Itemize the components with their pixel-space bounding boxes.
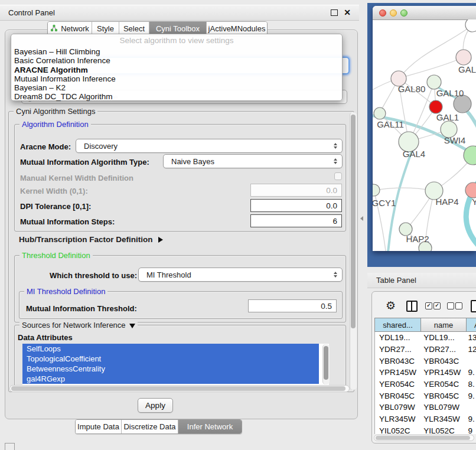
network-edge — [464, 108, 476, 145]
algorithm-option[interactable]: Mutual Information Inference — [11, 74, 342, 83]
column-header-partial[interactable]: A — [466, 318, 476, 332]
control-panel-title: Control Panel — [8, 8, 55, 17]
network-node-label: GCY1 — [373, 198, 396, 208]
document-icon[interactable] — [471, 300, 476, 312]
close-traffic-light-icon[interactable] — [379, 9, 386, 17]
mi-steps-label: Mutual Information Steps: — [20, 217, 115, 226]
tab-infer-network[interactable]: Infer Network — [178, 420, 242, 433]
column-layout-icon[interactable] — [406, 301, 418, 312]
data-attribute-item[interactable]: BetweennessCentrality — [22, 364, 319, 374]
scrollbar-thumb[interactable] — [324, 346, 328, 380]
mi-steps-field[interactable]: 6 — [250, 214, 342, 227]
table-row[interactable]: YER054CYER054C8. — [375, 379, 476, 390]
scrollbar-thumb[interactable] — [351, 115, 356, 328]
algorithm-dropdown-list: Select algorithm to view settings Bayesi… — [11, 34, 343, 101]
collapse-arrow-icon — [129, 324, 135, 328]
table-row[interactable]: YDL19...YDL19...13 — [375, 332, 476, 344]
network-node-label: GAL1 — [436, 112, 459, 122]
algorithm-option[interactable]: Dream8 DC_TDC Algorithm — [11, 92, 342, 101]
table-horizontal-scrollbar[interactable] — [374, 435, 474, 441]
float-window-icon[interactable] — [331, 9, 338, 16]
attributes-scrollbar[interactable] — [322, 344, 330, 384]
data-attribute-item[interactable]: gal4RGexp — [22, 374, 319, 384]
scrollbar-thumb[interactable] — [376, 436, 470, 440]
unchecked-checkbox-icon[interactable] — [447, 302, 454, 309]
data-attribute-item[interactable]: SelfLoops — [22, 344, 319, 354]
network-tab-icon — [50, 24, 58, 34]
hub-definition-toggle[interactable]: Hub/Transcription Factor Definition — [19, 235, 163, 244]
combo-stepper-icon — [334, 139, 337, 152]
settings-vertical-scrollbar[interactable] — [350, 112, 357, 390]
kernel-width-label: Kernel Width (0,1): — [20, 187, 88, 195]
settings-horizontal-scrollbar[interactable] — [9, 385, 350, 392]
table-row[interactable]: YBR043CYBR043C — [375, 355, 476, 367]
network-canvas[interactable]: GALGAL80GAL10GAL1GAL11SWI4GAL4GCY1HAP4YH… — [373, 19, 476, 251]
table-row[interactable]: YDR27...YDR27...12 — [375, 344, 476, 356]
unchecked-checkbox-icon[interactable] — [455, 302, 462, 309]
table-cell: YBR045C — [423, 392, 468, 400]
tab-impute-data[interactable]: Impute Data — [76, 420, 122, 433]
network-node-label: GAL — [458, 64, 476, 74]
apply-button[interactable]: Apply — [138, 398, 173, 413]
table-row[interactable]: YBL079WYBL079W — [375, 402, 476, 413]
algorithm-option[interactable]: Bayesian – Hill Climbing — [11, 47, 342, 56]
scrollbar-thumb[interactable] — [11, 386, 345, 391]
algorithm-definition-title: Algorithm Definition — [19, 120, 91, 129]
network-node-label: Y — [472, 197, 476, 207]
table-cell: YDR27... — [375, 345, 423, 354]
threshold-definition-title: Threshold Definition — [19, 251, 93, 260]
table-panel-body: ⚙ ✓ ✓ shared... name A YDL19...YDL19...1… — [371, 291, 476, 444]
table-cell: YER054C — [375, 380, 423, 389]
tab-discretize-data[interactable]: Discretize Data — [122, 420, 178, 433]
table-cell: YPR145W — [375, 368, 423, 377]
mi-threshold-field[interactable]: 0.5 — [248, 299, 337, 312]
column-header-name[interactable]: name — [420, 318, 466, 332]
table-cell: YLR345W — [375, 415, 423, 423]
table-row[interactable]: YPR145WYPR145W9. — [375, 367, 476, 379]
mi-threshold-definition-title: MI Threshold Definition — [24, 287, 107, 296]
column-header-sharedname[interactable]: shared... — [374, 318, 420, 332]
table-body: YDL19...YDL19...13YDR27...YDR27...12YBR0… — [374, 332, 476, 434]
splitter-collapse-icon[interactable] — [360, 216, 363, 221]
checked-checkbox-icon[interactable]: ✓ — [433, 302, 441, 309]
network-node-label: GAL11 — [377, 119, 404, 129]
zoom-traffic-light-icon[interactable] — [400, 9, 407, 17]
network-view-window[interactable]: GALGAL80GAL10GAL1GAL11SWI4GAL4GCY1HAP4YH… — [373, 6, 476, 251]
dpi-tolerance-field[interactable]: 0.0 — [250, 199, 342, 212]
network-node[interactable] — [427, 75, 441, 89]
sources-group-title[interactable]: Sources for Network Inference — [19, 321, 138, 330]
table-cell: YBR045C — [375, 392, 423, 400]
manual-kernel-width-checkbox[interactable] — [334, 172, 342, 180]
table-cell: YER054C — [423, 380, 468, 389]
combo-stepper-icon — [334, 155, 337, 168]
algorithm-option[interactable]: Basic Correlation Inference — [11, 56, 342, 65]
gear-icon[interactable]: ⚙ — [386, 299, 396, 312]
network-node[interactable] — [465, 182, 476, 198]
data-attribute-item[interactable]: TopologicalCoefficient — [22, 354, 319, 364]
network-node[interactable] — [456, 50, 471, 65]
table-cell: 9. — [468, 392, 476, 400]
aracne-mode-label: Aracne Mode: — [20, 142, 71, 151]
network-node[interactable] — [374, 107, 386, 119]
network-node[interactable] — [429, 100, 442, 113]
checked-checkbox-icon[interactable]: ✓ — [425, 302, 432, 309]
data-attributes-list[interactable]: SelfLoopsTopologicalCoefficientBetweenne… — [22, 344, 329, 385]
algorithm-option[interactable]: ARACNE Algorithm — [11, 66, 342, 74]
table-cell: 12 — [468, 345, 476, 354]
mi-algorithm-type-combo[interactable]: Naive Bayes — [163, 154, 343, 168]
table-cell: YIL052C — [375, 426, 423, 434]
table-row[interactable]: YLR345WYLR345W9. — [375, 413, 476, 425]
close-icon[interactable]: ✕ — [344, 8, 351, 17]
table-row[interactable]: YBR045CYBR045C9. — [375, 390, 476, 402]
network-node[interactable] — [373, 184, 380, 196]
which-threshold-combo[interactable]: MI Threshold — [138, 268, 343, 282]
network-window-titlebar[interactable] — [373, 6, 476, 20]
algorithm-option[interactable]: Bayesian – K2 — [11, 83, 342, 92]
table-row[interactable]: YIL052CYIL052C9 — [375, 425, 476, 435]
aracne-mode-combo[interactable]: Discovery — [76, 139, 343, 153]
network-node[interactable] — [465, 19, 476, 32]
kernel-width-field[interactable]: 0.0 — [250, 184, 342, 197]
table-cell: 13 — [468, 333, 476, 342]
minimize-traffic-light-icon[interactable] — [390, 9, 397, 17]
bottom-tabbar: Impute Data Discretize Data Infer Networ… — [75, 419, 242, 434]
